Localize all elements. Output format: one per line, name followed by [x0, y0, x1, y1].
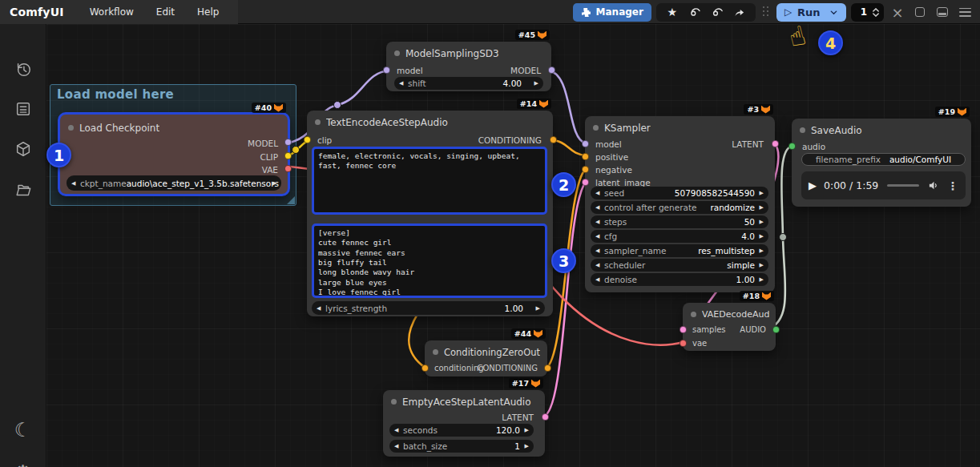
output-port-conditioning[interactable] — [550, 136, 557, 143]
menu-edit[interactable]: Edit — [145, 0, 186, 24]
play-icon[interactable]: ▶ — [809, 179, 817, 191]
collapse-dot-icon[interactable] — [433, 349, 438, 355]
output-port-latent[interactable] — [542, 413, 549, 421]
shift-widget[interactable]: shift 4.00 — [394, 77, 543, 90]
node-header[interactable]: KSampler — [593, 122, 768, 134]
node-ksampler[interactable]: #3 KSampler model positive negative late… — [585, 116, 775, 292]
input-port-clip[interactable] — [304, 136, 311, 143]
collapse-dot-icon[interactable] — [391, 399, 397, 405]
chevron-down-icon[interactable] — [829, 8, 838, 17]
manager-button[interactable]: Manager — [573, 3, 651, 22]
star-icon[interactable]: ★ — [663, 4, 682, 20]
batch-count-value: 1 — [861, 6, 867, 18]
collapse-dot-icon[interactable] — [800, 127, 805, 133]
scheduler-widget[interactable]: schedulersimple — [591, 259, 768, 272]
node-conditioning-zero-out[interactable]: #44 ConditioningZeroOut conditioning CON… — [425, 340, 547, 376]
filename-prefix-widget[interactable]: filename_prefixaudio/ComfyUI — [801, 153, 966, 166]
node-empty-ace-step-latent-audio[interactable]: #17 EmptyAceStepLatentAudio LATENT secon… — [383, 390, 545, 457]
tags-textarea[interactable]: female, electronic, vocals, singing, upb… — [312, 147, 547, 215]
share-icon[interactable] — [730, 4, 749, 20]
audio-player[interactable]: ▶ 0:00 / 1:59 ⋮ — [801, 171, 966, 199]
input-port-negative[interactable] — [582, 166, 589, 173]
fox-icon — [534, 330, 542, 338]
output-port-latent[interactable] — [772, 140, 779, 147]
node-header[interactable]: SaveAudio — [800, 124, 965, 136]
output-port-vae[interactable] — [284, 165, 292, 172]
magnet-icon-1[interactable] — [685, 4, 704, 20]
fox-icon — [538, 31, 546, 39]
node-text-encode-ace-step-audio[interactable]: #14 TextEncodeAceStepAudio clip CONDITIO… — [307, 111, 553, 316]
ckpt-name-widget[interactable]: ckpt_name audio\ace_step_v1_3.5b.safeten… — [67, 175, 281, 191]
settings-gear-icon[interactable]: ⚙ — [13, 461, 34, 467]
group-resize-handle[interactable] — [287, 196, 295, 204]
control-after-generate-widget[interactable]: control after generaterandomize — [591, 201, 768, 214]
output-audio: AUDIO — [683, 325, 766, 334]
node-header[interactable]: TextEncodeAceStepAudio — [315, 116, 546, 128]
collapse-dot-icon[interactable] — [68, 125, 74, 131]
magnet-icon-2[interactable] — [708, 4, 727, 20]
batch-size-widget[interactable]: batch_size1 — [389, 440, 534, 453]
node-library-icon[interactable] — [13, 139, 34, 159]
seconds-widget[interactable]: seconds120.0 — [389, 424, 534, 437]
node-header[interactable]: EmptyAceStepLatentAudio — [391, 396, 538, 408]
batch-count-stepper[interactable]: 1 — [851, 3, 884, 22]
output-port-model[interactable] — [284, 139, 292, 146]
lyrics-strength-widget[interactable]: lyrics_strength 1.00 — [312, 301, 545, 315]
node-id-badge: #18 — [740, 291, 774, 301]
collapse-dot-icon[interactable] — [315, 119, 321, 125]
node-header[interactable]: ConditioningZeroOut — [433, 346, 541, 358]
queue-icon[interactable] — [13, 99, 34, 119]
batch-stepper-arrows[interactable] — [873, 8, 879, 17]
fox-icon — [762, 292, 771, 300]
kebab-menu-icon[interactable]: ⋮ — [947, 179, 958, 192]
fox-icon — [958, 108, 966, 116]
output-port-conditioning[interactable] — [544, 364, 551, 372]
collapse-dot-icon[interactable] — [691, 312, 696, 317]
input-port-latent-image[interactable] — [582, 179, 589, 186]
input-port-positive[interactable] — [582, 153, 589, 160]
denoise-widget[interactable]: denoise1.00 — [591, 273, 768, 286]
app-logo: ComfyUI — [10, 6, 64, 18]
input-port-model[interactable] — [383, 66, 390, 74]
input-port-samples[interactable] — [680, 326, 687, 333]
maximize-icon[interactable] — [911, 3, 929, 21]
node-model-sampling-sd3[interactable]: #45 ModelSamplingSD3 model MODEL shift 4… — [386, 42, 551, 91]
lyrics-textarea[interactable]: [verse] cute fennec girl massive fennec … — [312, 223, 547, 298]
node-save-audio[interactable]: #19 SaveAudio audio filename_prefixaudio… — [792, 119, 971, 207]
menu-workflow[interactable]: Workflow — [79, 0, 145, 24]
input-port-audio[interactable] — [788, 143, 796, 150]
dock-panel-icon[interactable] — [934, 3, 951, 21]
output-port-clip[interactable] — [284, 152, 292, 159]
node-header[interactable]: Load Checkpoint — [68, 122, 281, 134]
steps-widget[interactable]: steps50 — [591, 215, 768, 228]
workflows-folder-icon[interactable] — [13, 179, 34, 200]
node-load-checkpoint[interactable]: #40 Load Checkpoint MODEL CLIP VAE ckpt_… — [58, 112, 290, 196]
collapse-dot-icon[interactable] — [394, 50, 400, 56]
input-port-conditioning[interactable] — [421, 364, 429, 372]
cfg-widget[interactable]: cfg4.0 — [591, 230, 768, 243]
input-port-model[interactable] — [582, 140, 589, 147]
sampler-name-widget[interactable]: sampler_nameres_multistep — [591, 244, 768, 257]
comfyui-window: ComfyUI Workflow Edit Help Manager ★ — [0, 0, 980, 467]
output-port-audio[interactable] — [772, 326, 780, 333]
history-icon[interactable] — [13, 59, 34, 80]
node-id-badge: #40 — [252, 103, 286, 113]
volume-icon[interactable] — [928, 179, 940, 191]
node-id-badge: #44 — [511, 328, 546, 339]
toolbar-drag-handle[interactable] — [762, 6, 770, 18]
menu-help[interactable]: Help — [186, 0, 230, 24]
run-button[interactable]: ▷ Run — [776, 3, 846, 22]
input-port-vae[interactable] — [680, 340, 687, 347]
hamburger-menu-icon[interactable] — [956, 3, 974, 21]
left-sidebar: ☾ ⚙ — [0, 24, 46, 467]
close-icon[interactable]: × — [889, 3, 906, 21]
node-header[interactable]: ModelSamplingSD3 — [394, 47, 545, 59]
seed-widget[interactable]: seed507908582544590 — [591, 187, 768, 199]
output-port-model[interactable] — [548, 66, 555, 74]
input-negative: negative — [595, 165, 632, 174]
node-vae-decode-audio[interactable]: #18 VAEDecodeAudio samples vae AUDIO — [683, 303, 776, 351]
theme-toggle-moon-icon[interactable]: ☾ — [13, 420, 34, 441]
collapse-dot-icon[interactable] — [593, 125, 599, 131]
audio-progress-bar[interactable] — [887, 184, 919, 187]
node-header[interactable]: VAEDecodeAudio — [691, 308, 769, 320]
